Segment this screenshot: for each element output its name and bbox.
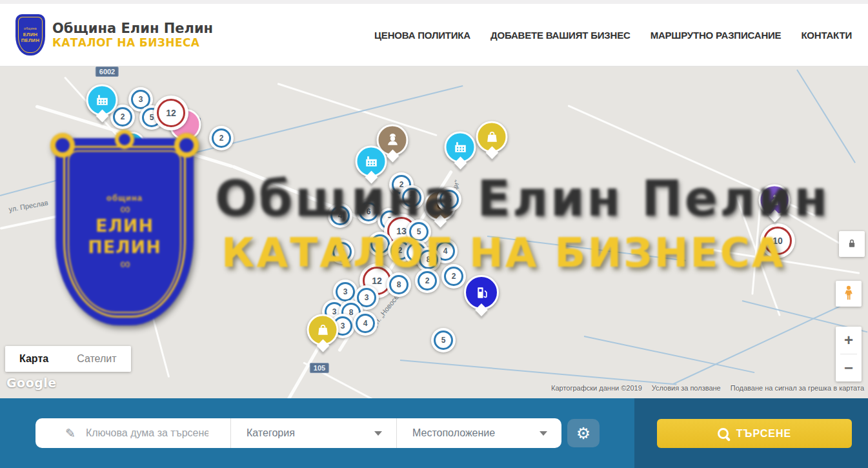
pencil-icon: ✎ [65, 426, 76, 440]
crest-swirl-icon [50, 133, 75, 158]
attribution-report-link[interactable]: Подаване на сигнал за грешка в картата [731, 384, 864, 392]
watermark-crest-top: община [106, 193, 143, 203]
crest-ornament: ∞ [120, 203, 129, 216]
nav-item-route-schedule[interactable]: МАРШРУТНО РАЗПИСАНИЕ [651, 30, 782, 41]
header: община ЕЛИН ПЕЛИН Община Елин Пелин КАТА… [0, 4, 868, 66]
map-waterway [584, 336, 755, 373]
map-type-map-button[interactable]: Карта [5, 346, 63, 372]
map-type-satellite-button[interactable]: Сателит [63, 346, 130, 372]
map-waterway [796, 69, 856, 163]
search-button-label: ТЪРСЕНЕ [736, 428, 791, 440]
chevron-down-icon [540, 431, 547, 436]
location-dropdown-label: Местоположение [412, 427, 495, 439]
page: община ЕЛИН ПЕЛИН Община Елин Пелин КАТА… [0, 0, 868, 468]
google-logo[interactable]: Google [6, 376, 57, 390]
site-subtitle: КАТАЛОГ НА БИЗНЕСА [52, 36, 213, 49]
search-bar: ✎ Категория Местоположение ⚙ ТЪРСЕНЕ [0, 398, 868, 468]
cluster-marker[interactable]: 2 [209, 126, 234, 150]
search-fields-group: ✎ Категория Местоположение [35, 418, 561, 448]
map-waterway [673, 296, 861, 385]
bag-pin-marker[interactable] [476, 121, 508, 153]
crest-swirl-icon [115, 130, 134, 149]
site-title: Община Елин Пелин [52, 21, 213, 36]
main-nav: ЦЕНОВА ПОЛИТИКА ДОБАВЕТЕ ВАШИЯТ БИЗНЕС М… [374, 30, 852, 41]
cluster-marker[interactable]: 5 [431, 328, 456, 352]
nav-item-contacts[interactable]: КОНТАКТИ [801, 30, 852, 41]
street-label: ул. Преслав [8, 199, 49, 214]
road-number-badge: 105 [310, 363, 329, 373]
fullscreen-lock-button[interactable] [839, 231, 865, 257]
category-dropdown-label: Категория [247, 427, 295, 439]
search-icon [718, 428, 729, 439]
location-dropdown[interactable]: Местоположение [397, 418, 561, 448]
attribution-copyright: Картографски данни ©2019 [551, 384, 642, 392]
top-strip [0, 0, 868, 4]
zoom-control: + − [836, 327, 862, 382]
watermark-subtitle: КАТАЛОГ НА БИЗНЕСА [221, 229, 785, 276]
map-attribution: Картографски данни ©2019 Условия за полз… [551, 384, 864, 392]
chevron-down-icon [374, 431, 382, 436]
bag-pin-marker[interactable] [307, 314, 339, 346]
watermark-crest-line2: ПЕЛИН [88, 237, 161, 258]
map-waterway [400, 360, 677, 385]
watermark-crest: община ∞ ЕЛИН ПЕЛИН ∞ [56, 138, 194, 325]
watermark-title: Община Елин Пелин [215, 170, 830, 227]
zoom-out-button[interactable]: − [836, 354, 862, 382]
attribution-terms-link[interactable]: Условия за ползване [652, 384, 721, 392]
zoom-in-button[interactable]: + [836, 327, 862, 354]
cluster-marker[interactable]: 4 [353, 311, 378, 336]
logo-crest-top-label: община [24, 26, 37, 30]
logo-crest-line2: ПЕЛИН [21, 37, 39, 43]
gear-icon: ⚙ [576, 425, 590, 442]
lock-icon [846, 238, 858, 251]
map-road [278, 83, 438, 136]
map-canvas[interactable]: 3251222356471354274821282233383451060021… [0, 66, 868, 398]
watermark-crest-shield: община ∞ ЕЛИН ПЕЛИН ∞ [56, 138, 194, 325]
keyword-search-input[interactable] [85, 427, 210, 440]
search-button[interactable]: ТЪРСЕНЕ [657, 419, 852, 448]
site-brand[interactable]: Община Елин Пелин КАТАЛОГ НА БИЗНЕСА [52, 21, 213, 49]
municipality-logo[interactable]: община ЕЛИН ПЕЛИН [15, 14, 45, 56]
fuel-pin-marker[interactable] [464, 275, 499, 310]
logo-crest-line1: ЕЛИН [23, 32, 38, 37]
cluster-marker[interactable]: 12 [154, 96, 188, 130]
keyword-field-wrap: ✎ [35, 418, 231, 448]
map-waterway [194, 85, 463, 154]
map-type-control: Карта Сателит [5, 346, 131, 372]
factory-pin-marker[interactable] [445, 132, 476, 163]
nav-item-pricing[interactable]: ЦЕНОВА ПОЛИТИКА [374, 30, 470, 41]
street-view-pegman-button[interactable] [836, 281, 862, 307]
advanced-settings-button[interactable]: ⚙ [567, 419, 600, 447]
crest-swirl-icon [174, 133, 199, 158]
pegman-icon [840, 285, 857, 303]
category-dropdown[interactable]: Категория [231, 418, 397, 448]
road-number-badge: 6002 [96, 66, 119, 77]
factory-pin-marker[interactable] [86, 85, 118, 116]
nav-item-add-business[interactable]: ДОБАВЕТЕ ВАШИЯТ БИЗНЕС [490, 30, 631, 41]
watermark-crest-line1: ЕЛИН [96, 216, 154, 236]
crest-ornament: ∞ [120, 258, 129, 270]
